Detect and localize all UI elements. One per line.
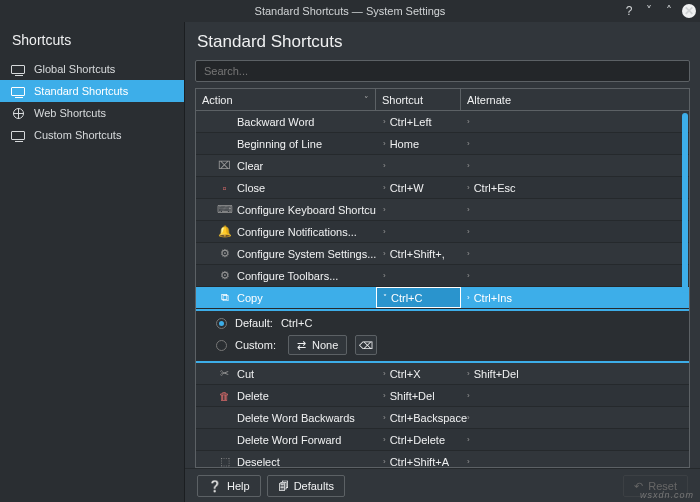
table-row[interactable]: ▫Close›Ctrl+W›Ctrl+Esc [196, 177, 689, 199]
reset-icon: ↶ [634, 480, 643, 493]
chevron-right-icon: › [467, 413, 470, 422]
chevron-down-icon: ˅ [383, 293, 387, 302]
close-icon[interactable]: ✕ [682, 4, 696, 18]
search-box [195, 60, 690, 82]
radio-default[interactable] [216, 318, 227, 329]
custom-shortcut-button[interactable]: ⇄None [288, 335, 347, 355]
search-input[interactable] [195, 60, 690, 82]
sidebar-item-web[interactable]: Web Shortcuts [0, 102, 184, 124]
configure-icon: ⌨ [218, 203, 231, 216]
column-alternate[interactable]: Alternate [461, 89, 689, 110]
shortcut-detail-panel: Default: Ctrl+C Custom: ⇄None ⌫ [196, 309, 689, 363]
content-area: Standard Shortcuts Action˅ Shortcut Alte… [185, 22, 700, 502]
cut-icon: ✂ [218, 367, 231, 380]
keyboard-icon [10, 63, 26, 75]
chevron-right-icon: › [467, 139, 470, 148]
help-button[interactable]: ❔Help [197, 475, 261, 497]
default-label: Default: [235, 317, 273, 329]
chevron-right-icon: › [383, 271, 386, 280]
table-body: Backward Word›Ctrl+Left› Beginning of Li… [196, 111, 689, 467]
swap-icon: ⇄ [297, 339, 306, 352]
settings-icon: ⚙ [218, 269, 231, 282]
chevron-right-icon: › [383, 457, 386, 466]
close-icon: ▫ [218, 181, 231, 194]
deselect-icon: ⬚ [218, 455, 231, 467]
reset-button[interactable]: ↶Reset [623, 475, 688, 497]
table-row[interactable]: Delete Word Backwards›Ctrl+Backspace› [196, 407, 689, 429]
column-shortcut[interactable]: Shortcut [376, 89, 461, 110]
chevron-right-icon: › [467, 183, 470, 192]
table-row[interactable]: ⬚Deselect›Ctrl+Shift+A› [196, 451, 689, 467]
keyboard-icon [10, 85, 26, 97]
titlebar: Standard Shortcuts — System Settings ? ˅… [0, 0, 700, 22]
chevron-right-icon: › [467, 161, 470, 170]
chevron-right-icon: › [383, 435, 386, 444]
footer: ❔Help 🗐Defaults ↶Reset [185, 468, 700, 502]
globe-icon [10, 107, 26, 119]
chevron-right-icon: › [383, 183, 386, 192]
chevron-right-icon: › [467, 271, 470, 280]
chevron-right-icon: › [467, 117, 470, 126]
table-row[interactable]: Backward Word›Ctrl+Left› [196, 111, 689, 133]
maximize-icon[interactable]: ˄ [662, 4, 676, 18]
chevron-right-icon: › [383, 139, 386, 148]
table-row[interactable]: ⌧Clear›› [196, 155, 689, 177]
chevron-right-icon: › [467, 249, 470, 258]
vertical-scrollbar[interactable] [680, 113, 688, 465]
sidebar-item-global[interactable]: Global Shortcuts [0, 58, 184, 80]
minimize-icon[interactable]: ˅ [642, 4, 656, 18]
defaults-button[interactable]: 🗐Defaults [267, 475, 345, 497]
custom-label: Custom: [235, 339, 276, 351]
settings-icon: ⚙ [218, 247, 231, 260]
table-row[interactable]: Delete Word Forward›Ctrl+Delete› [196, 429, 689, 451]
table-row[interactable]: ⚙Configure System Settings...›Ctrl+Shift… [196, 243, 689, 265]
chevron-right-icon: › [383, 369, 386, 378]
table-header: Action˅ Shortcut Alternate [196, 89, 689, 111]
window-title: Standard Shortcuts — System Settings [255, 5, 446, 17]
sidebar-item-label: Custom Shortcuts [34, 129, 121, 141]
scrollbar-thumb[interactable] [682, 113, 688, 293]
sidebar-item-label: Standard Shortcuts [34, 85, 128, 97]
chevron-right-icon: › [467, 457, 470, 466]
table-row[interactable]: ✂Cut›Ctrl+X›Shift+Del [196, 363, 689, 385]
window-controls: ? ˅ ˄ ✕ [622, 4, 696, 18]
chevron-right-icon: › [383, 161, 386, 170]
chevron-right-icon: › [383, 227, 386, 236]
table-row[interactable]: ⌨Configure Keyboard Shortcuts...›› [196, 199, 689, 221]
action-icon [218, 433, 231, 446]
chevron-right-icon: › [467, 391, 470, 400]
action-icon [218, 115, 231, 128]
action-icon [218, 137, 231, 150]
table-row-selected[interactable]: ⧉Copy˅Ctrl+C›Ctrl+Ins [196, 287, 689, 309]
chevron-right-icon: › [383, 391, 386, 400]
sidebar-item-label: Web Shortcuts [34, 107, 106, 119]
default-value: Ctrl+C [281, 317, 312, 329]
help-icon: ❔ [208, 480, 222, 493]
chevron-right-icon: › [383, 249, 386, 258]
chevron-right-icon: › [383, 205, 386, 214]
chevron-right-icon: › [467, 435, 470, 444]
delete-icon: 🗑 [218, 389, 231, 402]
chevron-right-icon: › [383, 117, 386, 126]
page-title: Standard Shortcuts [185, 22, 700, 60]
table-row[interactable]: Beginning of Line›Home› [196, 133, 689, 155]
action-icon [218, 411, 231, 424]
table-row[interactable]: 🗑Delete›Shift+Del› [196, 385, 689, 407]
bell-icon: 🔔 [218, 225, 231, 238]
help-icon[interactable]: ? [622, 4, 636, 18]
sidebar-item-custom[interactable]: Custom Shortcuts [0, 124, 184, 146]
column-action[interactable]: Action˅ [196, 89, 376, 110]
radio-custom[interactable] [216, 340, 227, 351]
copy-icon: ⧉ [218, 291, 231, 304]
clear-shortcut-button[interactable]: ⌫ [355, 335, 377, 355]
sort-icon: ˅ [364, 95, 369, 105]
default-radio-row[interactable]: Default: Ctrl+C [216, 317, 669, 329]
sidebar-item-standard[interactable]: Standard Shortcuts [0, 80, 184, 102]
table-row[interactable]: 🔔Configure Notifications...›› [196, 221, 689, 243]
custom-radio-row[interactable]: Custom: ⇄None ⌫ [216, 335, 669, 355]
sidebar: Shortcuts Global Shortcuts Standard Shor… [0, 22, 185, 502]
chevron-right-icon: › [467, 369, 470, 378]
chevron-right-icon: › [467, 293, 470, 302]
table-row[interactable]: ⚙Configure Toolbars...›› [196, 265, 689, 287]
clear-icon: ⌧ [218, 159, 231, 172]
